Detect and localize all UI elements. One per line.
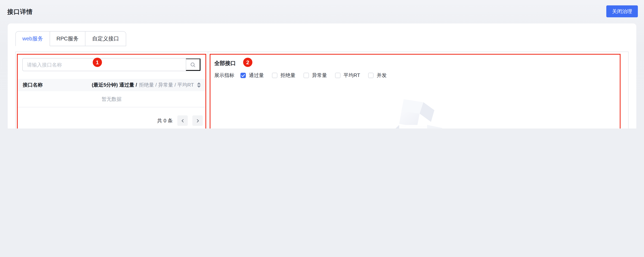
metric-concurrency-label[interactable]: 并发 (377, 72, 387, 79)
chevron-left-icon (180, 119, 184, 122)
tab-web-service[interactable]: web服务 (16, 31, 50, 46)
pagination-total: 共 0 条 (157, 117, 173, 124)
chevron-right-icon (196, 119, 200, 122)
metric-pass-label[interactable]: 通过量 (249, 72, 264, 79)
checkbox-exception[interactable] (304, 73, 309, 78)
tab-rpc-service[interactable]: RPC服务 (50, 31, 86, 46)
column-metrics-secondary: 拒绝量 / 异常量 / 平均RT (139, 82, 194, 88)
checkbox-pass[interactable] (240, 73, 246, 78)
metric-pass-checkbox-item[interactable]: 通过量 (240, 72, 264, 79)
page-title: 接口详情 (7, 8, 33, 16)
column-interface-name: 接口名称 (23, 82, 43, 88)
metric-avg-rt-checkbox-item[interactable]: 平均RT (335, 72, 360, 79)
metric-avg-rt-label[interactable]: 平均RT (344, 72, 360, 79)
search-input[interactable] (23, 58, 186, 71)
table-empty-row: 暂无数据 (17, 91, 206, 107)
metrics-filter-row: 展示指标 通过量 拒绝量 异常量 (214, 72, 395, 79)
metric-reject-label[interactable]: 拒绝量 (280, 72, 296, 79)
metric-concurrency-checkbox-item[interactable]: 并发 (368, 72, 387, 79)
all-interfaces-title: 全部接口 (214, 60, 236, 67)
metric-reject-checkbox-item[interactable]: 拒绝量 (272, 72, 296, 79)
close-governance-button[interactable]: 关闭治理 (606, 6, 638, 17)
service-tabs: web服务 RPC服务 自定义接口 (16, 31, 126, 46)
caret-up-down-icon (197, 82, 201, 88)
tab-custom-interface[interactable]: 自定义接口 (86, 31, 126, 46)
metrics-filter-label: 展示指标 (214, 72, 234, 79)
pagination-prev-button[interactable] (177, 116, 188, 126)
check-icon (241, 74, 245, 77)
sorter-control[interactable] (197, 82, 201, 88)
pagination: 共 0 条 (17, 110, 206, 128)
magnifier-icon (190, 62, 196, 68)
checkbox-reject[interactable] (272, 73, 277, 78)
checkbox-concurrency[interactable] (368, 73, 374, 78)
column-metrics-primary: (最近5分钟) 通过量 / (92, 82, 137, 88)
interface-search-box (22, 58, 201, 71)
table-header-row: 接口名称 (最近5分钟) 通过量 / 拒绝量 / 异常量 / 平均RT (17, 79, 206, 91)
column-metrics: (最近5分钟) 通过量 / 拒绝量 / 异常量 / 平均RT (92, 82, 201, 88)
chart-empty-state: 暂无数据 (208, 97, 620, 128)
search-button[interactable] (186, 58, 200, 71)
table-empty-text: 暂无数据 (102, 96, 122, 102)
checkbox-avg-rt[interactable] (335, 73, 340, 78)
empty-box-illustration (384, 97, 445, 128)
app-viewport: 接口详情 关闭治理 web服务 RPC服务 自定义接口 接口名称 (最近5分钟)… (0, 0, 644, 128)
metric-exception-label[interactable]: 异常量 (312, 72, 327, 79)
metric-exception-checkbox-item[interactable]: 异常量 (304, 72, 327, 79)
pagination-next-button[interactable] (192, 116, 203, 126)
